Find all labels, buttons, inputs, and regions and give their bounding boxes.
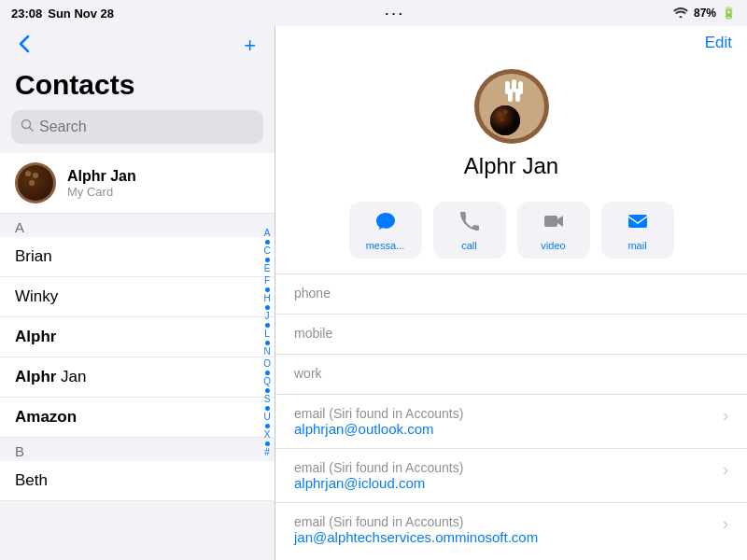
action-buttons: messa... call video mail [275, 194, 747, 273]
my-card-info: Alphr Jan My Card [67, 168, 260, 199]
chevron-right-icon: › [723, 406, 728, 426]
list-item[interactable]: Alphr Jan [0, 357, 275, 398]
status-bar: 23:08 Sun Nov 28 · · · 87% 🔋 [0, 0, 747, 26]
contact-name: Brian [15, 247, 52, 266]
svg-point-12 [499, 118, 503, 122]
alpha-dot [265, 305, 270, 310]
my-card-avatar [15, 162, 56, 203]
contact-detail-panel: Edit [275, 26, 747, 560]
wifi-icon [673, 7, 688, 21]
work-field: work [275, 354, 747, 394]
chevron-right-icon: › [723, 514, 728, 534]
alpha-e[interactable]: E [261, 263, 273, 274]
add-contact-button[interactable]: + [240, 30, 260, 62]
svg-rect-13 [544, 216, 557, 227]
mobile-field: mobile [275, 314, 747, 354]
contacts-title: Contacts [0, 69, 275, 110]
alpha-n[interactable]: N [261, 346, 273, 357]
video-button[interactable]: video [517, 202, 590, 259]
message-button[interactable]: messa... [349, 202, 422, 259]
svg-rect-7 [515, 89, 520, 102]
email-info-2: email (Siri found in Accounts) alphrjan@… [294, 460, 463, 491]
email-value-2: alphrjan@icloud.com [294, 475, 463, 491]
list-item[interactable]: Amazon [0, 398, 275, 438]
search-icon [21, 119, 34, 135]
alpha-x[interactable]: X [261, 429, 273, 441]
call-label: call [461, 240, 477, 251]
alpha-j[interactable]: J [261, 311, 273, 322]
alpha-dot [265, 258, 270, 262]
search-container [0, 110, 275, 153]
alphabet-index: A C E F H J L N O Q S U [261, 228, 273, 458]
email-label-2: email (Siri found in Accounts) [294, 460, 463, 475]
battery-icon: 🔋 [722, 7, 736, 20]
message-label: messa... [366, 240, 405, 251]
email-row-3[interactable]: email (Siri found in Accounts) jan@alpht… [275, 502, 747, 556]
main-content: + Contacts Alphr Jan My Card [0, 26, 747, 560]
email-info-3: email (Siri found in Accounts) jan@alpht… [294, 514, 538, 545]
status-dots: · · · [385, 7, 402, 21]
edit-button[interactable]: Edit [690, 26, 747, 60]
alpha-dot [265, 287, 270, 292]
svg-point-10 [497, 112, 501, 117]
list-item[interactable]: Alphr [0, 317, 275, 357]
contact-name: Winky [15, 287, 58, 306]
email-label-1: email (Siri found in Accounts) [294, 406, 463, 421]
call-button[interactable]: call [433, 202, 506, 259]
contact-detail-name: Alphr Jan [464, 153, 558, 179]
alpha-l[interactable]: L [261, 329, 273, 340]
section-header-b: B [0, 438, 275, 461]
email-row-1[interactable]: email (Siri found in Accounts) alphrjan@… [275, 394, 747, 448]
alpha-hash[interactable]: # [261, 447, 273, 458]
phone-field: phone [275, 273, 747, 314]
chevron-right-icon: › [723, 460, 728, 480]
phone-label: phone [294, 286, 728, 301]
email-value-3: jan@alphtechservices.omminosoft.com [294, 529, 538, 545]
battery-level: 87% [694, 7, 716, 20]
alpha-dot [265, 240, 270, 245]
search-input[interactable] [39, 119, 254, 135]
alpha-dot [265, 388, 270, 393]
alpha-s[interactable]: S [261, 394, 273, 405]
svg-point-11 [502, 110, 507, 115]
bowling-avatar-svg [479, 74, 544, 139]
alpha-dot [265, 323, 270, 328]
back-button[interactable] [15, 31, 34, 62]
status-date: Sun Nov 28 [48, 7, 114, 21]
contact-name: Alphr [15, 328, 56, 346]
email-value-1: alphrjan@outlook.com [294, 421, 463, 437]
mobile-label: mobile [294, 326, 728, 341]
alpha-dot [265, 341, 270, 345]
email-info-1: email (Siri found in Accounts) alphrjan@… [294, 406, 463, 437]
svg-line-1 [30, 128, 34, 132]
contact-detail-header: Alphr Jan [275, 60, 747, 194]
alpha-c[interactable]: C [261, 245, 273, 257]
sidebar-header: + [0, 26, 275, 69]
alpha-dot [265, 424, 270, 428]
alpha-dot [265, 441, 270, 446]
list-item[interactable]: Brian [0, 237, 275, 277]
contacts-list: Alphr Jan My Card A Brian Winky Alphr Al… [0, 153, 275, 560]
contact-detail-avatar [474, 69, 549, 144]
my-card-row[interactable]: Alphr Jan My Card [0, 153, 275, 214]
email-label-3: email (Siri found in Accounts) [294, 514, 538, 529]
list-item[interactable]: Beth [0, 461, 275, 501]
section-header-a: A [0, 214, 275, 237]
alpha-a[interactable]: A [261, 228, 273, 239]
call-icon [459, 211, 480, 236]
alpha-f[interactable]: F [261, 275, 273, 287]
alpha-h[interactable]: H [261, 293, 273, 304]
alpha-dot [265, 371, 270, 375]
list-item[interactable]: Winky [0, 277, 275, 317]
alpha-u[interactable]: U [261, 412, 273, 423]
mail-label: mail [627, 240, 646, 251]
mail-button[interactable]: mail [601, 202, 674, 259]
alpha-q[interactable]: Q [261, 376, 273, 387]
contact-name: Beth [15, 471, 48, 490]
contact-name: Amazon [15, 408, 77, 427]
alpha-o[interactable]: O [261, 358, 273, 370]
status-time: 23:08 [11, 7, 42, 21]
my-card-sub: My Card [67, 185, 260, 199]
email-row-2[interactable]: email (Siri found in Accounts) alphrjan@… [275, 448, 747, 502]
search-bar [11, 110, 263, 144]
